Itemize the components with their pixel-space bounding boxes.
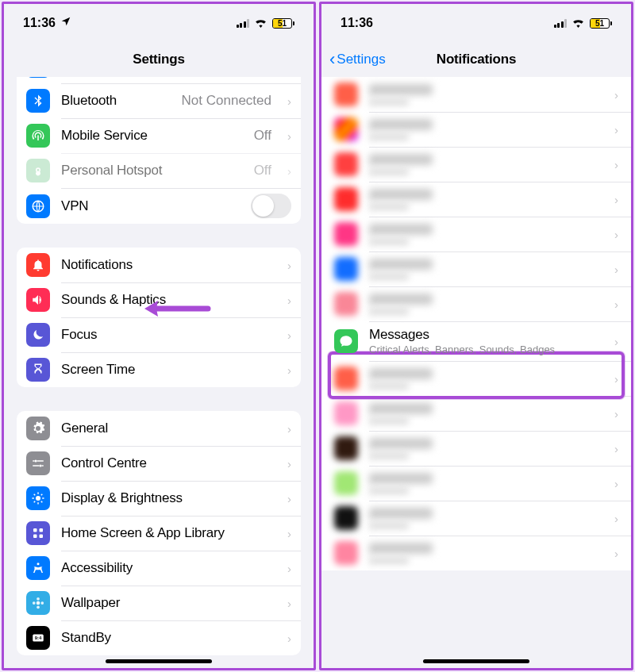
settings-group-general: General › Control Centre › Display & Bri… [17, 411, 301, 655]
flower-icon [26, 591, 50, 615]
row-personal-hotspot[interactable]: Personal Hotspot Off › [17, 153, 301, 188]
page-title: Settings [133, 52, 184, 67]
nav-bar: Settings [4, 42, 314, 77]
wifi-row-icon [26, 77, 50, 78]
chevron-right-icon: › [287, 363, 291, 377]
row-focus[interactable]: Focus › [17, 317, 301, 352]
row-accessibility[interactable]: Accessibility › [17, 551, 301, 586]
battery-icon: 51 [590, 18, 612, 29]
row-messages[interactable]: Messages Critical Alerts, Banners, Sound… [321, 321, 631, 361]
speaker-icon [26, 288, 50, 312]
accessibility-icon [26, 556, 50, 580]
svg-point-2 [40, 465, 42, 467]
app-row-blurred[interactable]: ..› [321, 147, 631, 182]
app-row-blurred[interactable]: ..› [321, 396, 631, 431]
svg-point-13 [40, 601, 44, 605]
status-bar: 11:36 51 [321, 4, 631, 42]
svg-rect-6 [33, 535, 37, 539]
page-title: Notifications [437, 52, 516, 67]
chevron-right-icon: › [287, 164, 291, 178]
settings-screen: 11:36 51 Settings Blu [2, 2, 316, 670]
antenna-icon [26, 124, 50, 148]
chevron-left-icon: ‹ [329, 51, 335, 68]
row-sounds-haptics[interactable]: Sounds & Haptics › [17, 282, 301, 317]
hotspot-icon [26, 159, 50, 182]
chevron-right-icon: › [287, 294, 291, 307]
app-row-blurred[interactable]: ..› [321, 466, 631, 501]
svg-text:9:4: 9:4 [35, 636, 42, 640]
settings-group-notifications: Notifications › Sounds & Haptics › Focus… [17, 248, 301, 387]
vpn-toggle[interactable] [251, 194, 291, 218]
row-display-brightness[interactable]: Display & Brightness › [17, 481, 301, 516]
row-home-screen[interactable]: Home Screen & App Library › [17, 516, 301, 551]
back-button[interactable]: ‹ Settings [329, 51, 386, 68]
row-wifi-partial[interactable] [17, 77, 301, 83]
chevron-right-icon: › [287, 562, 291, 575]
apps-grid-icon [26, 521, 50, 545]
chevron-right-icon: › [287, 632, 291, 645]
row-general[interactable]: General › [17, 411, 301, 446]
settings-group-connectivity: Bluetooth Not Connected › Mobile Service… [17, 77, 301, 224]
wifi-icon [572, 17, 585, 30]
sun-icon [26, 486, 50, 510]
app-row-blurred[interactable]: ..› [321, 361, 631, 396]
svg-rect-4 [33, 528, 37, 532]
notifications-screen: 11:36 51 ‹ Settings Notifications ..› ..… [319, 2, 633, 670]
status-time: 11:36 [341, 16, 373, 30]
app-row-blurred[interactable]: ..› [321, 112, 631, 147]
row-control-centre[interactable]: Control Centre › [17, 446, 301, 481]
app-row-blurred[interactable]: ..› [321, 77, 631, 112]
app-row-blurred[interactable]: ..› [321, 536, 631, 570]
home-indicator[interactable] [423, 659, 529, 663]
location-icon [60, 16, 71, 30]
wifi-icon [254, 17, 267, 30]
chevron-right-icon: › [287, 422, 291, 436]
chevron-right-icon: › [287, 457, 291, 470]
app-row-blurred[interactable]: ..› [321, 217, 631, 252]
chevron-right-icon: › [287, 259, 291, 272]
chevron-right-icon: › [287, 94, 291, 108]
notifications-app-list: ..› ..› ..› ..› ..› ..› ..› Messages Cri… [321, 77, 631, 570]
app-row-blurred[interactable]: ..› [321, 286, 631, 321]
row-bluetooth[interactable]: Bluetooth Not Connected › [17, 83, 301, 118]
messages-icon [334, 329, 358, 353]
bell-icon [26, 253, 50, 277]
hourglass-icon [26, 358, 50, 382]
row-mobile-service[interactable]: Mobile Service Off › [17, 118, 301, 153]
chevron-right-icon: › [287, 492, 291, 505]
row-standby[interactable]: 9:4 StandBy › [17, 620, 301, 655]
clock-icon: 9:4 [26, 626, 50, 650]
moon-icon [26, 323, 50, 347]
svg-point-11 [37, 605, 40, 609]
svg-point-9 [37, 601, 40, 605]
svg-point-1 [35, 460, 37, 463]
status-bar: 11:36 51 [4, 4, 314, 42]
row-notifications[interactable]: Notifications › [17, 248, 301, 282]
app-row-blurred[interactable]: ..› [321, 182, 631, 217]
gear-icon [26, 417, 50, 440]
svg-rect-5 [40, 528, 44, 532]
status-time: 11:36 [23, 16, 56, 30]
app-row-blurred[interactable]: ..› [321, 252, 631, 286]
chevron-right-icon: › [614, 335, 618, 348]
nav-bar: ‹ Settings Notifications [321, 42, 631, 77]
row-wallpaper[interactable]: Wallpaper › [17, 586, 301, 620]
chevron-right-icon: › [287, 597, 291, 610]
bluetooth-icon [26, 89, 50, 113]
sliders-icon [26, 451, 50, 475]
chevron-right-icon: › [287, 129, 291, 143]
home-indicator[interactable] [106, 659, 212, 663]
chevron-right-icon: › [287, 527, 291, 540]
app-row-blurred[interactable]: ..› [321, 431, 631, 466]
chevron-right-icon: › [287, 328, 291, 342]
svg-point-12 [33, 601, 36, 605]
svg-rect-7 [40, 535, 44, 539]
row-vpn[interactable]: VPN [17, 188, 301, 224]
cellular-signal-icon [237, 19, 250, 28]
row-screen-time[interactable]: Screen Time › [17, 352, 301, 387]
svg-point-10 [37, 597, 40, 601]
globe-icon [26, 194, 50, 218]
cellular-signal-icon [554, 19, 568, 28]
svg-point-3 [36, 496, 40, 501]
app-row-blurred[interactable]: ..› [321, 501, 631, 536]
